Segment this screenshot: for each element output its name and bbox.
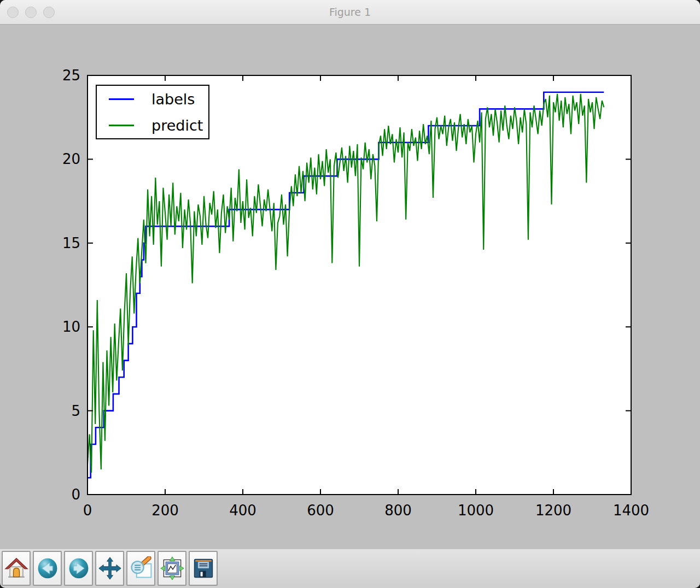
legend-entry-labels: labels	[97, 86, 208, 112]
nav-toolbar	[0, 549, 700, 588]
home-icon	[4, 556, 28, 580]
y-tick-label: 15	[62, 235, 80, 251]
x-tick-label: 600	[307, 502, 334, 519]
y-tick-label: 5	[71, 403, 80, 419]
configure-subplots-button[interactable]	[158, 551, 186, 586]
legend-line-sample	[109, 98, 134, 100]
x-tick-label: 1000	[458, 502, 494, 519]
x-tick-label: 200	[151, 502, 179, 519]
x-tick-label: 1400	[613, 502, 649, 519]
zoom-magnifier-icon	[129, 556, 153, 580]
subplots-icon	[160, 556, 184, 580]
legend: labelspredict	[96, 85, 209, 139]
back-arrow-icon	[36, 556, 60, 580]
x-tick-label: 400	[229, 502, 256, 519]
pan-button[interactable]	[95, 551, 124, 586]
legend-entry-predict: predict	[97, 112, 208, 138]
home-button[interactable]	[2, 551, 31, 586]
legend-line-sample	[109, 125, 134, 126]
zoom-rect-button[interactable]	[126, 551, 155, 586]
y-tick-label: 0	[71, 486, 80, 503]
x-tick-label: 0	[83, 502, 92, 519]
back-button[interactable]	[33, 551, 62, 586]
window-title: Figure 1	[0, 0, 700, 24]
x-tick-label: 1200	[535, 502, 571, 519]
y-tick-label: 10	[62, 319, 80, 335]
figure-window: Figure 1 0200400600800100012001400051015…	[0, 0, 700, 588]
legend-label: predict	[151, 117, 203, 134]
forward-button[interactable]	[64, 551, 93, 586]
figure-canvas[interactable]: 02004006008001000120014000510152025 labe…	[0, 25, 700, 549]
x-tick-label: 800	[384, 502, 412, 519]
title-bar[interactable]: Figure 1	[0, 0, 700, 25]
legend-label: labels	[151, 91, 195, 108]
save-floppy-icon	[191, 556, 215, 580]
forward-arrow-icon	[67, 556, 91, 580]
y-tick-label: 20	[62, 151, 80, 167]
y-tick-label: 25	[62, 67, 80, 84]
save-button[interactable]	[189, 551, 218, 586]
pan-arrows-icon	[98, 556, 122, 580]
